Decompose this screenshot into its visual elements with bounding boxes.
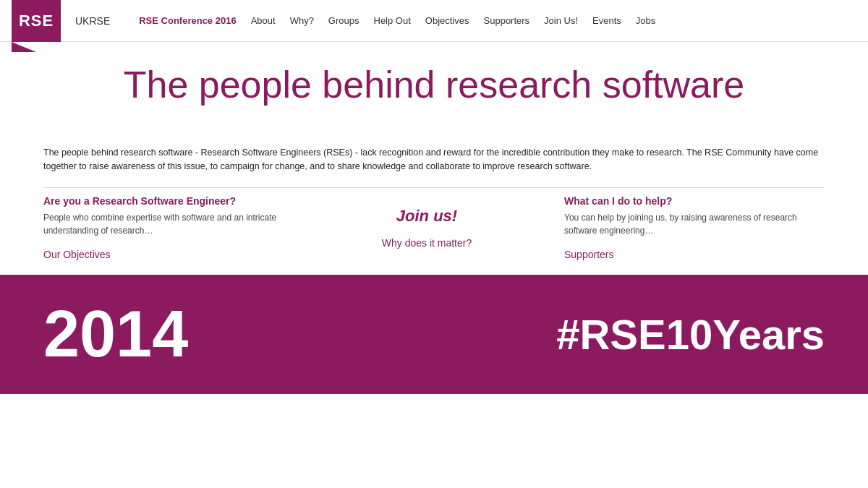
site-name: UKRSE (75, 15, 110, 27)
column-1: Are you a Research Software Engineer? Pe… (43, 195, 304, 260)
nav-link-supporters[interactable]: Supporters (477, 15, 537, 26)
description-text: The people behind research software - Re… (43, 146, 825, 174)
join-us-label: Join us! (396, 207, 457, 226)
hero-title: The people behind research software (43, 64, 825, 107)
nav-links: RSE Conference 2016 About Why? Groups He… (132, 15, 856, 26)
logo-area: RSE UKRSE (12, 0, 110, 42)
hero-section: The people behind research software (0, 42, 868, 139)
supporters-link[interactable]: Supporters (564, 249, 810, 260)
logo-text: RSE (19, 12, 54, 30)
columns-section: Are you a Research Software Engineer? Pe… (0, 188, 868, 275)
nav-link-joinus[interactable]: Join Us! (537, 15, 585, 26)
help-link[interactable]: What can I do to help? (564, 195, 810, 207)
footer-hashtag: #RSE10Years (556, 310, 825, 359)
nav-link-conference[interactable]: RSE Conference 2016 (132, 15, 243, 26)
why-matter-link[interactable]: Why does it matter? (382, 237, 472, 249)
nav-bar: RSE UKRSE RSE Conference 2016 About Why?… (0, 0, 868, 42)
rse-text: People who combine expertise with softwa… (43, 211, 289, 237)
nav-link-about[interactable]: About (244, 15, 283, 26)
nav-link-why[interactable]: Why? (283, 15, 321, 26)
help-text: You can help by joining us, by raising a… (564, 211, 810, 237)
column-3: What can I do to help? You can help by j… (564, 195, 825, 260)
description-section: The people behind research software - Re… (0, 139, 868, 188)
nav-link-objectives[interactable]: Objectives (418, 15, 477, 26)
rse-link[interactable]: Are you a Research Software Engineer? (43, 195, 289, 207)
footer-year: 2014 (43, 297, 188, 372)
nav-link-helpout[interactable]: Help Out (367, 15, 418, 26)
objectives-link[interactable]: Our Objectives (43, 249, 289, 260)
nav-link-groups[interactable]: Groups (321, 15, 367, 26)
nav-link-jobs[interactable]: Jobs (629, 15, 663, 26)
column-2: Join us! Why does it matter? (304, 195, 564, 260)
logo-box: RSE (12, 0, 61, 42)
nav-link-events[interactable]: Events (585, 15, 629, 26)
footer-banner: 2014 #RSE10Years (0, 275, 868, 394)
